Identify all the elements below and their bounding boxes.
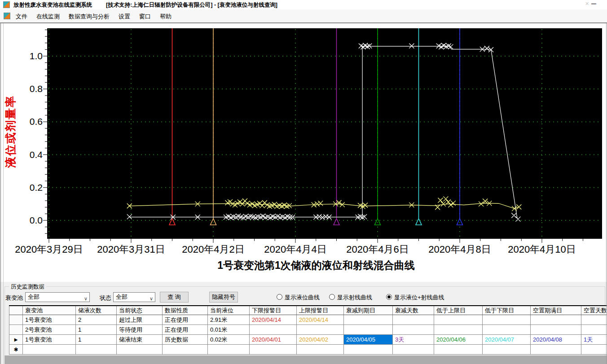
table-cell[interactable]: 1 bbox=[76, 325, 117, 335]
table-cell[interactable]: 2.91米 bbox=[208, 315, 250, 325]
menu-item-1[interactable]: 在线监测 bbox=[32, 9, 64, 22]
row-header[interactable] bbox=[9, 325, 23, 335]
table-cell[interactable] bbox=[483, 315, 531, 325]
status-filter-dropdown[interactable]: 全部 ∨ bbox=[113, 292, 155, 302]
table-cell[interactable]: 1 bbox=[76, 335, 117, 345]
table-cell[interactable]: 储液结束 bbox=[117, 335, 163, 345]
svg-text:0.0: 0.0 bbox=[30, 215, 43, 225]
table-cell[interactable] bbox=[117, 345, 163, 355]
table-cell[interactable]: 2020/04/06 bbox=[434, 335, 483, 345]
table-cell[interactable]: 0.01米 bbox=[208, 325, 250, 335]
table-cell[interactable]: 1号衰变池 bbox=[23, 315, 76, 325]
table-cell[interactable]: 历史数据 bbox=[163, 335, 208, 345]
table-cell[interactable] bbox=[393, 315, 434, 325]
hide-symbols-button[interactable]: 隐藏符号 bbox=[209, 292, 238, 303]
radio-show-level-ray-curve[interactable] bbox=[386, 294, 392, 300]
current-row-indicator[interactable]: ▶ bbox=[9, 335, 23, 345]
table-cell[interactable] bbox=[434, 345, 483, 355]
chart-title: 1号衰变池第1次储液的液位和射线混合曲线 bbox=[217, 259, 415, 271]
chevron-down-icon: ∨ bbox=[150, 294, 153, 303]
table-cell[interactable]: 2020/04/14 bbox=[297, 315, 344, 325]
new-row-indicator[interactable]: ✱ bbox=[9, 345, 23, 355]
svg-text:2020年4月8日: 2020年4月8日 bbox=[428, 244, 491, 255]
table-cell[interactable] bbox=[344, 315, 393, 325]
table-cell[interactable]: 1号衰变池 bbox=[23, 335, 76, 345]
table-cell[interactable]: 2 bbox=[76, 315, 117, 325]
table-cell[interactable] bbox=[297, 345, 344, 355]
menu-item-2[interactable]: 数据查询与分析 bbox=[64, 9, 114, 22]
table-cell[interactable] bbox=[434, 315, 483, 325]
table-cell[interactable] bbox=[581, 325, 607, 335]
column-header-2[interactable]: 当前状态 bbox=[117, 306, 163, 315]
title-bar: 放射性废水衰变池在线监测系统 [技术支持:上海仁日辐射防护设备有限公司] - [… bbox=[0, 0, 607, 9]
table-cell[interactable] bbox=[531, 345, 581, 355]
column-header-11[interactable]: 空置期满日 bbox=[531, 306, 581, 315]
column-header-4[interactable]: 当前液位 bbox=[208, 306, 250, 315]
table-cell[interactable] bbox=[344, 345, 393, 355]
column-header-5[interactable]: 下限报警日 bbox=[250, 306, 297, 315]
table-corner-header[interactable] bbox=[9, 306, 23, 315]
table-cell[interactable]: 2号衰变池 bbox=[23, 325, 76, 335]
column-header-6[interactable]: 上限报警日 bbox=[297, 306, 344, 315]
table-cell[interactable]: 2020/04/14 bbox=[250, 315, 297, 325]
menu-item-3[interactable]: 设置 bbox=[114, 9, 135, 22]
table-cell[interactable] bbox=[483, 345, 531, 355]
table-cell[interactable] bbox=[483, 325, 531, 335]
svg-text:0.6: 0.6 bbox=[30, 116, 43, 127]
table-cell[interactable] bbox=[531, 325, 581, 335]
column-header-7[interactable]: 衰减到期日 bbox=[344, 306, 393, 315]
table-cell[interactable] bbox=[297, 325, 344, 335]
table-cell[interactable] bbox=[434, 325, 483, 335]
column-header-10[interactable]: 低于下限日 bbox=[483, 306, 531, 315]
table-cell[interactable]: 2020/04/02 bbox=[297, 335, 344, 345]
close-icon[interactable]: ✕ bbox=[585, 0, 589, 7]
menu-items: 文件在线监测数据查询与分析设置窗口帮助 bbox=[11, 9, 176, 22]
table-cell[interactable] bbox=[393, 325, 434, 335]
table-cell[interactable] bbox=[344, 325, 393, 335]
table-cell[interactable] bbox=[76, 345, 117, 355]
chart-panel: 0.00.20.40.60.81.02020年3月29日2020年3月31日20… bbox=[0, 23, 607, 282]
column-header-3[interactable]: 数据性质 bbox=[163, 306, 208, 315]
menu-item-4[interactable]: 窗口 bbox=[135, 9, 155, 22]
selected-cell[interactable]: 2020/04/05 bbox=[344, 335, 393, 345]
column-header-12[interactable]: 空置天数 bbox=[581, 306, 607, 315]
table-cell[interactable]: 超过上限 bbox=[117, 315, 163, 325]
column-header-8[interactable]: 衰减天数 bbox=[393, 306, 434, 315]
menu-item-0[interactable]: 文件 bbox=[11, 9, 32, 22]
radio-show-ray-curve[interactable] bbox=[329, 294, 335, 300]
table-cell[interactable]: 2020/04/01 bbox=[250, 335, 297, 345]
table-cell[interactable]: 等待使用 bbox=[117, 325, 163, 335]
table-cell[interactable] bbox=[250, 345, 297, 355]
minimize-icon[interactable]: — bbox=[591, 0, 596, 7]
window-border-left bbox=[0, 23, 1, 364]
table-cell[interactable] bbox=[163, 345, 208, 355]
row-header[interactable] bbox=[9, 315, 23, 325]
svg-text:1.0: 1.0 bbox=[30, 51, 43, 61]
table-cell[interactable]: 1天 bbox=[581, 335, 607, 345]
pool-filter-dropdown[interactable]: 全部 ∨ bbox=[25, 292, 90, 302]
table-cell[interactable]: 正在使用 bbox=[163, 325, 208, 335]
table-cell[interactable] bbox=[208, 345, 250, 355]
table-cell[interactable] bbox=[250, 325, 297, 335]
column-header-0[interactable]: 衰变池 bbox=[23, 306, 76, 315]
table-cell[interactable]: 0.02米 bbox=[208, 335, 250, 345]
svg-text:2020年3月31日: 2020年3月31日 bbox=[97, 244, 165, 255]
table-cell[interactable] bbox=[581, 315, 607, 325]
pool-filter-label: 衰变池 bbox=[5, 294, 23, 302]
column-header-1[interactable]: 储液次数 bbox=[76, 306, 117, 315]
table-row-3: ✱ bbox=[9, 345, 607, 355]
table-cell[interactable]: 2020/04/07 bbox=[483, 335, 531, 345]
table-cell[interactable]: 正在使用 bbox=[163, 315, 208, 325]
menu-item-5[interactable]: 帮助 bbox=[155, 9, 176, 22]
svg-text:2020年4月6日: 2020年4月6日 bbox=[346, 244, 409, 255]
table-cell[interactable] bbox=[531, 315, 581, 325]
radio-show-level-curve[interactable] bbox=[277, 294, 282, 300]
table-cell[interactable] bbox=[393, 345, 434, 355]
table-cell[interactable]: 3天 bbox=[393, 335, 434, 345]
table-cell[interactable]: 2020/04/08 bbox=[531, 335, 581, 345]
query-button[interactable]: 查 询 bbox=[160, 292, 189, 303]
groupbox-title: 历史监测数据 bbox=[9, 283, 46, 291]
column-header-9[interactable]: 低于上限日 bbox=[434, 306, 483, 315]
table-cell[interactable] bbox=[23, 345, 76, 355]
table-cell[interactable] bbox=[581, 345, 607, 355]
